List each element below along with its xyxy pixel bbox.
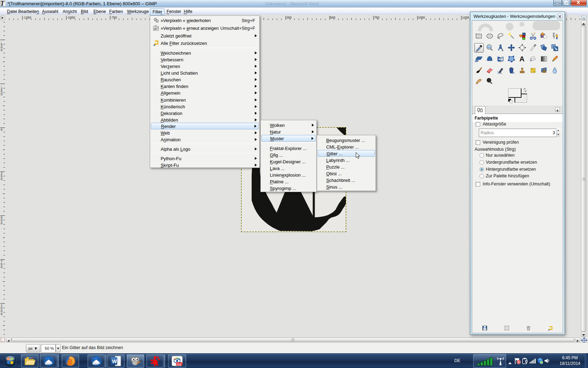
svg-text:PDF: PDF (177, 363, 182, 366)
svg-text:A: A (519, 55, 524, 63)
svg-text:10: 10 (154, 28, 157, 30)
svg-text:T: T (0, 0, 5, 7)
svg-text:W: W (112, 358, 117, 364)
